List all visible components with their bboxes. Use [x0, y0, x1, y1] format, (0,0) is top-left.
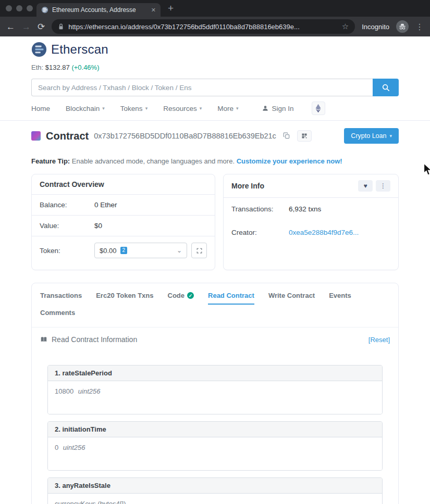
chevron-down-icon: ▾	[102, 106, 105, 111]
incognito-avatar[interactable]	[396, 20, 409, 33]
tab-events[interactable]: Events	[329, 292, 351, 305]
tab-write-contract[interactable]: Write Contract	[268, 292, 315, 305]
nav-resources[interactable]: Resources ▾	[163, 105, 202, 112]
qr-code-icon	[301, 133, 308, 139]
customize-experience-link[interactable]: Customize your experience now!	[237, 157, 342, 165]
ethereum-icon	[315, 104, 322, 113]
nav-more-label: More	[217, 105, 234, 112]
address-identicon	[31, 131, 41, 141]
favorite-button[interactable]: ♥	[358, 180, 373, 192]
more-options-button[interactable]: ⋮	[376, 180, 390, 192]
reload-icon[interactable]: ⟳	[38, 22, 45, 31]
copy-address-button[interactable]	[281, 131, 292, 141]
nav-blockchain[interactable]: Blockchain ▾	[66, 105, 105, 112]
window-title-bar: Ethereum Accounts, Addresse ✕ +	[0, 0, 430, 17]
tab-erc20-label: Erc20 Token Txns	[96, 292, 153, 299]
sign-in-button[interactable]: Sign In	[262, 105, 294, 112]
token-row: Token: $0.00 2 ⌄	[32, 236, 215, 264]
nav-more[interactable]: More ▾	[217, 105, 238, 112]
site-logo[interactable]: Etherscan	[31, 41, 399, 58]
method-title: 1. rateStalePeriod	[55, 369, 112, 377]
chevron-down-icon: ▾	[389, 133, 392, 138]
value-value: $0	[94, 222, 102, 230]
new-tab-button[interactable]: +	[168, 2, 174, 15]
method-header-initiationTime[interactable]: 2. initiationTime	[48, 422, 382, 437]
tab-title: Ethereum Accounts, Addresse	[52, 6, 148, 14]
creator-address-link[interactable]: 0xea5e288b4f9d7e6...	[289, 229, 359, 236]
creator-label: Creator:	[231, 229, 289, 236]
eth-price-row: Eth: $132.87 (+0.46%)	[31, 64, 399, 71]
balance-value: 0 Ether	[94, 201, 117, 209]
tab-code-label: Code	[168, 292, 185, 299]
method-input-label: currencyKeys (bytes4[])	[55, 500, 126, 504]
contract-overview-card: Contract Overview Balance: 0 Ether Value…	[31, 174, 215, 270]
bookmark-star-icon[interactable]: ☆	[342, 22, 349, 31]
tab-erc20-token-txns[interactable]: Erc20 Token Txns	[96, 292, 153, 305]
contract-overview-header: Contract Overview	[32, 174, 215, 195]
browser-toolbar: ← → ⟳ https://etherscan.io/address/0x73b…	[0, 17, 430, 36]
person-icon	[262, 105, 269, 112]
tab-transactions-label: Transactions	[40, 292, 82, 299]
fullscreen-icon	[196, 247, 203, 254]
header-divider	[0, 120, 430, 121]
token-expand-button[interactable]	[191, 243, 207, 258]
method-header-rateStalePeriod[interactable]: 1. rateStalePeriod	[48, 366, 382, 381]
back-icon[interactable]: ←	[6, 22, 15, 31]
etherscan-wordmark: Etherscan	[51, 42, 108, 57]
method-title: 3. anyRateIsStale	[55, 482, 110, 489]
eth-price-change: (+0.46%)	[71, 64, 99, 71]
sign-in-label: Sign In	[272, 105, 294, 112]
tab-write-contract-label: Write Contract	[268, 292, 315, 299]
eth-price-value: $132.87	[45, 64, 70, 71]
method-header-anyRateIsStale[interactable]: 3. anyRateIsStale	[48, 478, 382, 493]
verified-check-icon: ✓	[187, 292, 194, 299]
search-input[interactable]	[31, 79, 373, 96]
tab-close-icon[interactable]: ✕	[151, 7, 156, 14]
network-switch-button[interactable]	[312, 102, 325, 115]
traffic-lights	[6, 5, 33, 11]
more-info-card: More Info ♥ ⋮ Transactions: 6,932 txns C…	[223, 174, 399, 270]
page-title: Contract	[46, 130, 89, 142]
tab-comments[interactable]: Comments	[40, 309, 75, 322]
nav-tokens-label: Tokens	[120, 105, 143, 112]
nav-tokens[interactable]: Tokens ▾	[120, 105, 148, 112]
lock-icon	[58, 23, 64, 30]
browser-menu-icon[interactable]: ⋮	[415, 22, 424, 32]
crypto-loan-label: Crypto Loan	[351, 132, 386, 140]
token-dropdown[interactable]: $0.00 2 ⌄	[94, 243, 187, 258]
minimize-window-button[interactable]	[16, 5, 22, 11]
chevron-down-icon: ▾	[145, 106, 148, 111]
etherscan-logo-icon	[31, 42, 47, 57]
tab-events-label: Events	[329, 292, 351, 299]
crypto-loan-button[interactable]: Crypto Loan ▾	[344, 128, 399, 144]
address-bar[interactable]: https://etherscan.io/address/0x73b172756…	[52, 19, 355, 34]
more-info-title: More Info	[231, 182, 264, 190]
nav-resources-label: Resources	[163, 105, 197, 112]
read-contract-pane: Read Contract Information [Reset] 1. rat…	[32, 327, 398, 504]
tab-read-contract[interactable]: Read Contract	[208, 292, 254, 305]
forward-icon[interactable]: →	[22, 22, 31, 31]
search-bar	[31, 79, 399, 96]
read-method-item: 2. initiationTime 0 uint256	[47, 421, 383, 471]
method-body: 0 uint256	[48, 437, 382, 470]
close-window-button[interactable]	[6, 5, 12, 11]
contract-address: 0x73b172756BD5DDf0110Ba8D7B88816Eb639Eb2…	[94, 132, 276, 140]
read-method-item: 1. rateStalePeriod 10800 uint256	[47, 365, 383, 414]
search-button[interactable]	[373, 79, 399, 96]
reset-link[interactable]: [Reset]	[368, 336, 390, 344]
search-icon	[382, 83, 390, 92]
qr-code-button[interactable]	[297, 130, 312, 142]
nav-home-label: Home	[31, 105, 50, 112]
token-dropdown-value: $0.00	[100, 247, 117, 255]
nav-home[interactable]: Home	[31, 105, 50, 112]
incognito-label: Incognito	[362, 23, 389, 31]
read-contract-section-title: Read Contract Information	[52, 335, 137, 344]
browser-tab[interactable]: Ethereum Accounts, Addresse ✕	[36, 3, 161, 17]
tab-code[interactable]: Code ✓	[168, 292, 194, 305]
tab-transactions[interactable]: Transactions	[40, 292, 82, 305]
etherscan-page: Etherscan Eth: $132.87 (+0.46%) Home Blo…	[0, 36, 430, 504]
zoom-window-button[interactable]	[27, 5, 33, 11]
chevron-down-icon: ▾	[200, 106, 202, 111]
copy-icon	[283, 132, 290, 140]
method-body: 10800 uint256	[48, 381, 382, 414]
